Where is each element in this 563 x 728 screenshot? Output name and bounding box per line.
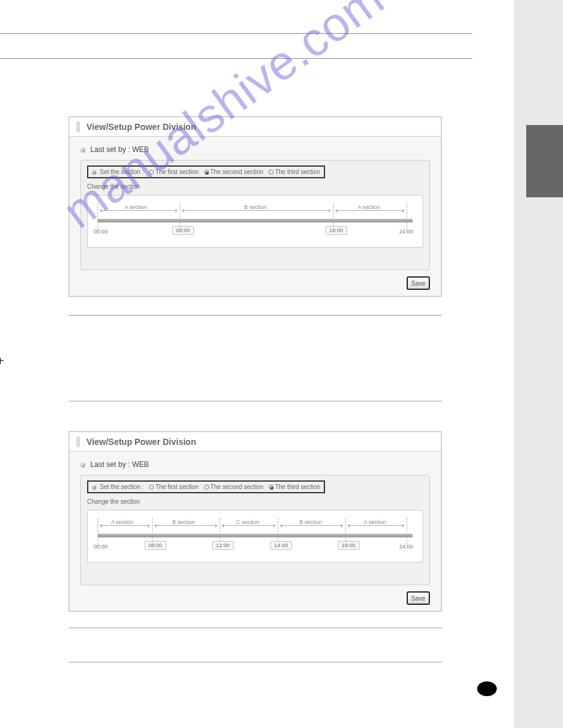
last-set-prefix: Last set by : (90, 460, 132, 469)
timeline: A section B section C section B section … (87, 510, 423, 563)
section-label: A section (358, 204, 380, 210)
section-label: B section (299, 519, 322, 525)
power-division-panel-2: View/Setup Power Division Last set by : … (69, 431, 442, 612)
page-number-badge (477, 681, 497, 696)
section-arrow (155, 525, 217, 526)
section-label: A section (111, 519, 134, 525)
header-rule (0, 33, 472, 59)
rule (69, 401, 442, 401)
time-label: 00:00 (94, 229, 108, 235)
rule (69, 662, 442, 662)
change-section-label: Change the section (87, 498, 140, 505)
time-box[interactable]: 08:00 (172, 226, 194, 235)
radio-label: The second section (210, 483, 264, 490)
radio-label: The third section (275, 483, 320, 490)
last-set-value: WEB (132, 460, 148, 469)
time-label: 24:00 (399, 229, 413, 235)
radio-label: The second section (210, 169, 264, 175)
section-label: C section (236, 519, 259, 525)
section-arrow (348, 525, 404, 526)
time-label: 00:00 (94, 544, 108, 550)
radio-label: The third section (275, 169, 320, 175)
rule (69, 315, 442, 316)
settings-box: Set the section : The first section The … (80, 160, 430, 270)
set-section-label: Set the section : (100, 169, 144, 175)
change-section-row: Change the section (87, 183, 423, 190)
set-section-row: Set the section : The first section The … (87, 165, 325, 178)
save-button[interactable]: Save (407, 276, 430, 290)
change-section-label: Change the section (87, 183, 140, 190)
last-set-prefix: Last set by : (90, 145, 132, 154)
time-box[interactable]: 08:00 (145, 541, 166, 550)
section-arrow (182, 210, 331, 211)
time-box[interactable]: 12:00 (212, 541, 234, 550)
panel-body: Last set by : WEB Set the section : The … (69, 137, 441, 296)
crop-mark (0, 358, 4, 364)
timeline-tick (407, 518, 407, 545)
radio-label: The first section (155, 483, 199, 490)
last-set-by: Last set by : WEB (80, 145, 430, 154)
time-box[interactable]: 18:00 (338, 541, 359, 550)
time-label: 24:00 (399, 544, 413, 550)
rule (69, 628, 442, 628)
panel-title: View/Setup Power Division (69, 117, 441, 137)
section-label: B section (172, 519, 195, 525)
timeline-tick (98, 203, 98, 230)
change-section-row: Change the section (87, 498, 423, 505)
timeline-bar (98, 219, 413, 222)
bullet-icon (92, 485, 96, 490)
power-division-panel-1: View/Setup Power Division Last set by : … (69, 116, 442, 297)
timeline: A section B section A section 00:00 08:0… (87, 195, 423, 248)
side-tab (526, 125, 563, 197)
bullet-icon (80, 463, 85, 468)
radio-third-section[interactable] (269, 170, 274, 175)
section-arrow (280, 525, 343, 526)
section-arrow (100, 525, 150, 526)
radio-second-section[interactable] (204, 485, 209, 490)
timeline-tick (98, 518, 98, 545)
settings-box: Set the section : The first section The … (80, 475, 430, 585)
timeline-tick (407, 203, 407, 230)
section-arrow (100, 210, 177, 211)
section-arrow (222, 525, 275, 526)
radio-third-section[interactable] (269, 485, 274, 490)
radio-first-section[interactable] (149, 485, 154, 490)
bullet-icon (92, 170, 96, 175)
time-box[interactable]: 14:00 (270, 541, 292, 550)
time-box[interactable]: 18:00 (326, 226, 347, 235)
timeline-bar (98, 534, 413, 537)
section-label: B section (244, 204, 267, 210)
radio-second-section[interactable] (204, 170, 209, 175)
last-set-value: WEB (132, 145, 148, 154)
last-set-by: Last set by : WEB (80, 460, 430, 469)
bullet-icon (80, 148, 85, 153)
section-label: A section (364, 519, 386, 525)
set-section-label: Set the section : (100, 483, 144, 490)
set-section-row: Set the section : The first section The … (87, 480, 325, 493)
save-button[interactable]: Save (407, 591, 430, 605)
page-background (0, 0, 514, 728)
section-label: A section (124, 204, 147, 210)
panel-body: Last set by : WEB Set the section : The … (69, 452, 441, 611)
radio-first-section[interactable] (149, 170, 154, 175)
panel-title: View/Setup Power Division (69, 432, 441, 452)
radio-label: The first section (155, 169, 199, 175)
section-arrow (335, 210, 404, 211)
